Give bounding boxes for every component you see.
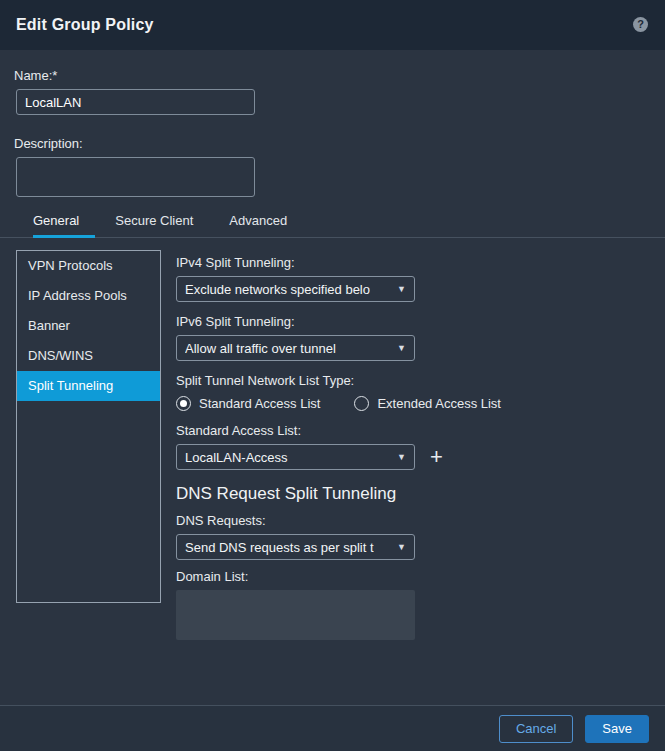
ipv6-split-tunneling-label: IPv6 Split Tunneling:: [176, 314, 646, 329]
sidebar-item-banner[interactable]: Banner: [17, 311, 160, 341]
standard-access-list-radio-label: Standard Access List: [199, 396, 320, 411]
radio-checked-icon: [176, 396, 191, 411]
domain-list-label: Domain List:: [176, 569, 646, 584]
extended-access-list-radio-label: Extended Access List: [377, 396, 501, 411]
dns-requests-select[interactable]: Send DNS requests as per split t ▼: [176, 534, 415, 560]
tab-bar: General Secure Client Advanced: [0, 203, 665, 238]
dialog-title: Edit Group Policy: [16, 16, 154, 34]
dialog-header: Edit Group Policy ?: [0, 0, 665, 50]
tab-general[interactable]: General: [33, 203, 95, 238]
extended-access-list-radio[interactable]: Extended Access List: [354, 396, 501, 411]
add-access-list-button[interactable]: +: [428, 446, 445, 468]
split-tunnel-network-list-type-label: Split Tunnel Network List Type:: [176, 373, 646, 388]
network-list-type-radio-group: Standard Access List Extended Access Lis…: [176, 396, 646, 411]
ipv4-split-tunneling-label: IPv4 Split Tunneling:: [176, 255, 646, 270]
sidebar-item-vpn-protocols[interactable]: VPN Protocols: [17, 251, 160, 281]
chevron-down-icon: ▼: [397, 452, 406, 462]
standard-access-list-radio[interactable]: Standard Access List: [176, 396, 320, 411]
radio-unchecked-icon: [354, 396, 369, 411]
tab-advanced[interactable]: Advanced: [229, 203, 303, 235]
save-button[interactable]: Save: [585, 715, 649, 743]
standard-access-list-label: Standard Access List:: [176, 423, 646, 438]
ipv6-split-tunneling-select[interactable]: Allow all traffic over tunnel ▼: [176, 335, 415, 361]
sidebar-item-ip-address-pools[interactable]: IP Address Pools: [17, 281, 160, 311]
ipv6-split-tunneling-value: Allow all traffic over tunnel: [185, 341, 336, 356]
dns-requests-label: DNS Requests:: [176, 513, 646, 528]
standard-access-list-row: LocalLAN-Access ▼ +: [176, 444, 646, 470]
tab-secure-client[interactable]: Secure Client: [115, 203, 209, 235]
sidebar-item-dns-wins[interactable]: DNS/WINS: [17, 341, 160, 371]
description-label: Description:: [14, 136, 83, 151]
chevron-down-icon: ▼: [397, 542, 406, 552]
name-input[interactable]: [16, 89, 255, 115]
standard-access-list-value: LocalLAN-Access: [185, 450, 288, 465]
dns-request-split-tunneling-title: DNS Request Split Tunneling: [176, 484, 646, 504]
group-policy-sidebar: VPN Protocols IP Address Pools Banner DN…: [16, 250, 161, 603]
split-tunneling-panel: IPv4 Split Tunneling: Exclude networks s…: [176, 250, 646, 640]
ipv4-split-tunneling-select[interactable]: Exclude networks specified belo ▼: [176, 276, 415, 302]
sidebar-item-split-tunneling[interactable]: Split Tunneling: [17, 371, 160, 401]
description-input[interactable]: [16, 157, 255, 197]
edit-group-policy-dialog: Edit Group Policy ? Name:* Description: …: [0, 0, 665, 751]
ipv4-split-tunneling-value: Exclude networks specified belo: [185, 282, 370, 297]
cancel-button[interactable]: Cancel: [499, 715, 573, 743]
help-icon[interactable]: ?: [633, 17, 648, 32]
domain-list-input[interactable]: [176, 590, 415, 640]
chevron-down-icon: ▼: [397, 284, 406, 294]
dns-requests-value: Send DNS requests as per split t: [185, 540, 374, 555]
chevron-down-icon: ▼: [397, 343, 406, 353]
name-label: Name:*: [14, 68, 57, 83]
dialog-footer: Cancel Save: [0, 705, 665, 751]
standard-access-list-select[interactable]: LocalLAN-Access ▼: [176, 444, 415, 470]
